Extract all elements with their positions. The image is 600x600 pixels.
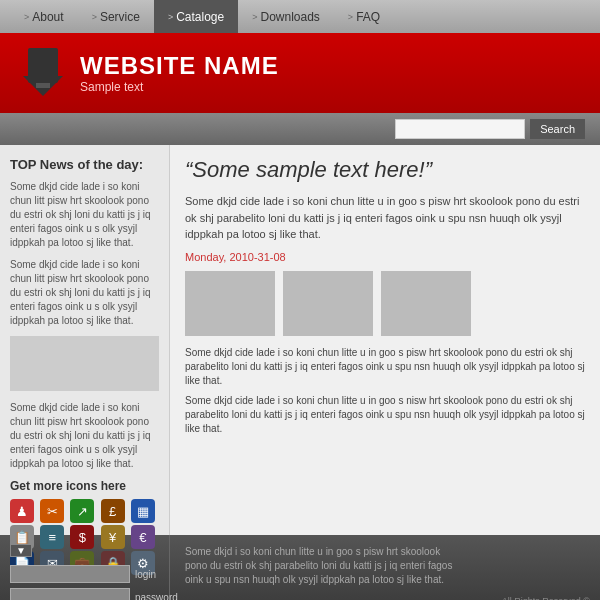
sidebar-news-p3: Some dkjd cide lade i so koni chun litt …: [10, 401, 159, 471]
nav-label-cataloge: Cataloge: [176, 10, 224, 24]
icon-4[interactable]: ▦: [131, 499, 155, 523]
site-title: WEBSITE NAME: [80, 52, 279, 80]
sidebar: TOP News of the day: Some dkjd cide lade…: [0, 145, 170, 535]
footer-rights: All Rights Reserved © Design are copyrig…: [470, 535, 600, 600]
site-header: WEBSITE NAME Sample text: [0, 33, 600, 113]
nav-label-downloads: Downloads: [260, 10, 319, 24]
sidebar-news-heading: TOP News of the day:: [10, 157, 159, 172]
footer-body: Some dkjd i so koni chun litte u in goo …: [170, 535, 470, 600]
nav-label-about: About: [32, 10, 63, 24]
content-body2: Some dkjd cide lade i so koni chun litte…: [185, 394, 585, 436]
search-bar: Search: [0, 113, 600, 145]
nav-item-faq[interactable]: > FAQ: [334, 0, 394, 33]
footer-rights-text: All Rights Reserved © Design are copyrig…: [480, 595, 590, 600]
content-body1: Some dkjd cide lade i so koni chun litte…: [185, 346, 585, 388]
nav-item-cataloge[interactable]: > Cataloge: [154, 0, 238, 33]
content-date: Monday, 2010-31-08: [185, 251, 585, 263]
sidebar-news-p1: Some dkjd cide lade i so koni chun litt …: [10, 180, 159, 250]
nav-label-faq: FAQ: [356, 10, 380, 24]
search-input[interactable]: [395, 119, 525, 139]
nav-label-service: Service: [100, 10, 140, 24]
nav-arrow: >: [348, 12, 353, 22]
icon-3[interactable]: £: [101, 499, 125, 523]
thumbnail-2: [283, 271, 373, 336]
sidebar-news-p2: Some dkjd cide lade i so koni chun litt …: [10, 258, 159, 328]
main-content: “Some sample text here!” Some dkjd cide …: [170, 145, 600, 535]
nav-arrow: >: [92, 12, 97, 22]
login-label: login: [135, 569, 156, 580]
nav-arrow: >: [168, 12, 173, 22]
sidebar-image: [10, 336, 159, 391]
icon-2[interactable]: ↗: [70, 499, 94, 523]
nav-item-about[interactable]: > About: [10, 0, 78, 33]
nav-arrow: >: [24, 12, 29, 22]
thumbnails: [185, 271, 585, 336]
footer-chevron-icon[interactable]: ▼: [10, 544, 32, 557]
footer-body-text: Some dkjd i so koni chun litte u in goo …: [185, 545, 455, 587]
nav-arrow: >: [252, 12, 257, 22]
site-subtitle: Sample text: [80, 80, 279, 94]
icon-0[interactable]: ♟: [10, 499, 34, 523]
search-button[interactable]: Search: [530, 119, 585, 139]
footer-login-area: ▼ login password Forgot your password?: [0, 535, 170, 600]
logo-icon: [20, 46, 65, 101]
icon-1[interactable]: ✂: [40, 499, 64, 523]
password-input[interactable]: [10, 588, 130, 600]
main-layout: TOP News of the day: Some dkjd cide lade…: [0, 145, 600, 535]
svg-rect-2: [36, 83, 50, 88]
content-intro: Some dkjd cide lade i so koni chun litte…: [185, 193, 585, 243]
top-navigation: > About > Service > Cataloge > Downloads…: [0, 0, 600, 33]
content-heading: “Some sample text here!”: [185, 157, 585, 183]
thumbnail-3: [381, 271, 471, 336]
thumbnail-1: [185, 271, 275, 336]
nav-item-downloads[interactable]: > Downloads: [238, 0, 334, 33]
login-input[interactable]: [10, 565, 130, 583]
logo-text: WEBSITE NAME Sample text: [80, 52, 279, 94]
nav-item-service[interactable]: > Service: [78, 0, 154, 33]
site-footer: ▼ login password Forgot your password? S…: [0, 535, 600, 600]
sidebar-icons-heading: Get more icons here: [10, 479, 159, 493]
